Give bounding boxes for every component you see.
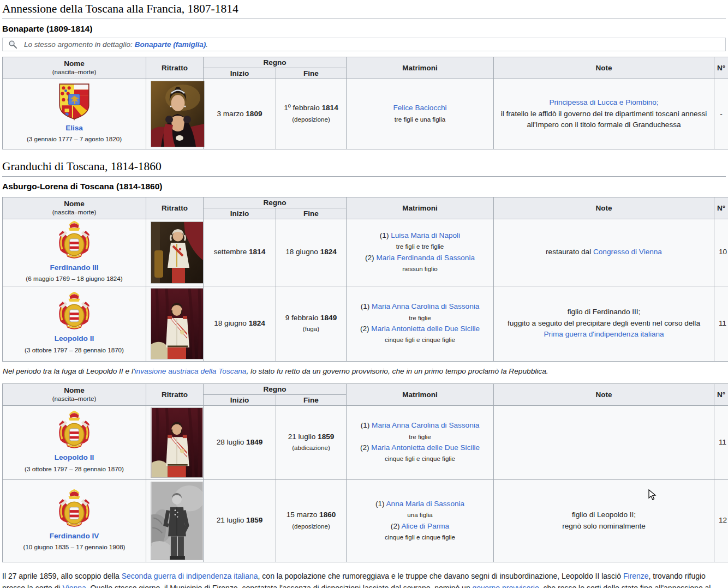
col-header-nome: Nome(nascita–morte) [3,57,146,79]
text: 1849 [246,438,262,446]
text: , lo stato fu retto da un governo provvi… [246,367,548,375]
ferdinando3-portrait[interactable] [151,221,204,284]
leopoldo2-link[interactable]: Leopoldo II [7,452,141,463]
matrimoni-cell: (1) Maria Anna Carolina di Sassoniatre f… [347,286,494,361]
numero-cell: 10 [714,219,728,286]
text: 1º febbraio [284,104,321,112]
link[interactable]: Maria Ferdinanda di Sassonia [376,254,475,262]
text: regnò solo nominalmente [562,522,646,530]
asburgo-table-2: Nome(nascita–morte) Ritratto Regno Matri… [2,383,728,562]
link[interactable]: Maria Antonietta delle Due Sicilie [371,443,480,452]
link[interactable]: Prima guerra d'indipendenza italiana [544,330,664,338]
text: 1814 [321,104,338,112]
link[interactable]: governo provvisorio [473,584,539,588]
link[interactable]: Maria Anna Carolina di Sassonia [372,421,479,429]
text: (2) [391,522,402,530]
text: 1849 [320,314,337,322]
link[interactable]: invasione austriaca della Toscana [135,367,247,375]
col-header-inizio: Inizio [204,68,276,79]
link[interactable]: Anna Maria di Sassonia [386,500,465,508]
magnifier-icon [8,40,17,49]
nome-cell: Ferdinando III (6 maggio 1769 – 18 giugn… [3,219,146,286]
leopoldo2-portrait[interactable] [151,288,204,359]
matrimoni-cell: (1) Maria Anna Carolina di Sassoniatre f… [347,405,494,479]
link[interactable]: Bonaparte (famiglia) [135,40,206,49]
table-row-ferdinando4: Ferdinando IV (10 giugno 1835 – 17 genna… [3,479,728,562]
asburgo-coat-of-arms[interactable] [51,220,97,261]
col-header-numero: N° [714,383,728,405]
ferdinando4-link[interactable]: Ferdinando IV [7,531,141,542]
link[interactable]: Seconda guerra di indipendenza italiana [122,572,258,580]
asburgo-coat-of-arms[interactable] [51,410,97,451]
elisa-coat-of-arms[interactable] [57,83,91,121]
link[interactable]: Maria Anna Carolina di Sassonia [372,302,479,310]
text: cinque figli e cinque figlie [385,533,455,541]
asburgo-coat-of-arms[interactable] [51,291,97,332]
col-header-note: Note [494,383,714,405]
nome-cell: Leopoldo II (3 ottobre 1797 – 28 gennaio… [3,286,146,361]
inizio-cell: 28 luglio 1849 [204,405,276,479]
text: 18 giugno [285,248,320,256]
text: (2) [360,325,371,333]
text: (1) [380,231,391,239]
col-header-fine: Fine [276,68,347,79]
text: tre figlie [409,433,431,440]
asburgo-table-1: Nome(nascita–morte) Ritratto Regno Matri… [2,197,728,362]
link[interactable]: Luisa Maria di Napoli [391,231,460,239]
text: . Quello stesso giorno, il Municipio di … [86,584,473,588]
link[interactable]: Firenze [623,572,649,580]
text: figlio di Leopoldo II; [572,511,636,519]
nome-cell: Ferdinando IV (10 giugno 1835 – 17 genna… [3,479,146,562]
life-dates: (3 gennaio 1777 – 7 agosto 1820) [27,135,122,142]
link[interactable]: Alice di Parma [402,522,450,530]
hatnote-bonaparte: Lo stesso argomento in dettaglio: Bonapa… [2,38,726,51]
ferdinando3-link[interactable]: Ferdinando III [7,262,141,273]
text: 1859 [246,516,262,524]
text: 15 marzo [287,511,319,519]
text: 9 febbraio [285,314,320,322]
text: (1) [361,421,372,429]
col-header-nome: Nome(nascita–morte) [3,383,146,405]
text: 21 luglio [288,433,318,441]
text: (abdicazione) [292,444,330,451]
leopoldo2-portrait[interactable] [151,407,204,478]
link[interactable]: Vienna [63,584,86,588]
link[interactable]: Congresso di Vienna [593,248,662,256]
text: 1824 [249,319,265,327]
nome-cell: Elisa (3 gennaio 1777 – 7 agosto 1820) [3,79,146,149]
text: (fuga) [303,325,319,332]
link[interactable]: Principessa di Lucca e Piombino; [549,98,658,106]
text: , che resse le sorti dello stato fino al… [539,584,711,588]
matrimoni-cell: Felice Baciocchitre figli e una figlia [347,79,494,149]
life-dates: (3 ottobre 1797 – 28 gennaio 1870) [25,465,124,472]
ritratto-cell [146,405,204,479]
asburgo-coat-of-arms[interactable] [51,489,97,529]
ferdinando4-portrait[interactable] [151,482,204,560]
footer-paragraph: Il 27 aprile 1859, allo scoppio della Se… [2,570,726,588]
elisa-link[interactable]: Elisa [7,123,141,134]
col-header-note: Note [494,197,714,219]
text: (deposizione) [292,116,330,123]
life-dates: (3 ottobre 1797 – 28 gennaio 1870) [25,346,124,353]
subsection-heading-asburgo: Asburgo-Lorena di Toscana (1814-1860) [2,182,726,191]
link[interactable]: Maria Antonietta delle Due Sicilie [371,325,480,333]
text: 3 marzo [217,110,246,118]
leopoldo2-link[interactable]: Leopoldo II [7,333,141,344]
inizio-cell: 18 giugno 1824 [204,286,276,361]
table-row-leopoldo2-bis: Leopoldo II (3 ottobre 1797 – 28 gennaio… [3,405,728,479]
text: Il 27 aprile 1859, allo scoppio della [2,572,122,580]
col-header-inizio: Inizio [204,394,276,405]
col-header-nome: Nome(nascita–morte) [3,197,146,219]
text: tre figli e tre figlie [396,243,444,250]
col-header-fine: Fine [276,394,347,405]
text: (deposizione) [292,523,330,530]
text: restaurato dal [546,248,593,256]
elisa-portrait[interactable] [151,81,205,147]
link[interactable]: Felice Baciocchi [393,104,446,112]
numero-cell: 11 [714,286,728,361]
matrimoni-cell: (1) Anna Maria di Sassoniauna figlia(2) … [347,479,494,562]
text: Nel periodo tra la fuga di Leopoldo II e… [3,367,135,375]
ritratto-cell [146,286,204,361]
section-heading-granduchi: Granduchi di Toscana, 1814-1860 [2,159,726,177]
col-header-regno: Regno [204,57,347,68]
